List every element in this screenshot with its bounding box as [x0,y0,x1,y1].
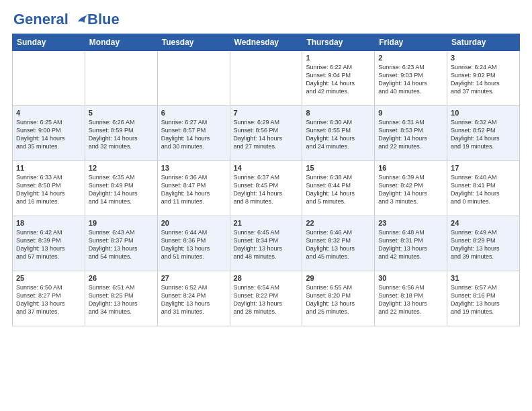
table-row [13,51,85,106]
table-row [85,51,157,106]
logo: General Blue [13,11,120,28]
day-info: Sunrise: 6:25 AM Sunset: 9:00 PM Dayligh… [16,118,81,151]
table-row: 18Sunrise: 6:42 AM Sunset: 8:39 PM Dayli… [13,216,85,271]
day-info: Sunrise: 6:44 AM Sunset: 8:36 PM Dayligh… [161,228,226,261]
calendar-wrapper: Sunday Monday Tuesday Wednesday Thursday… [0,34,532,332]
day-number: 31 [451,274,516,282]
table-row: 16Sunrise: 6:39 AM Sunset: 8:42 PM Dayli… [375,161,447,216]
day-info: Sunrise: 6:43 AM Sunset: 8:37 PM Dayligh… [89,228,154,261]
table-row: 31Sunrise: 6:57 AM Sunset: 8:16 PM Dayli… [447,271,520,326]
calendar-header: Sunday Monday Tuesday Wednesday Thursday… [13,34,520,51]
day-info: Sunrise: 6:27 AM Sunset: 8:57 PM Dayligh… [161,118,226,151]
table-row: 29Sunrise: 6:55 AM Sunset: 8:20 PM Dayli… [302,271,375,326]
table-row: 3Sunrise: 6:24 AM Sunset: 9:02 PM Daylig… [447,51,520,106]
day-number: 11 [16,164,81,172]
day-number: 23 [378,219,443,227]
table-row: 9Sunrise: 6:31 AM Sunset: 8:53 PM Daylig… [375,106,447,161]
table-row: 2Sunrise: 6:23 AM Sunset: 9:03 PM Daylig… [375,51,447,106]
table-row: 12Sunrise: 6:35 AM Sunset: 8:49 PM Dayli… [85,161,157,216]
calendar-table: Sunday Monday Tuesday Wednesday Thursday… [12,34,520,326]
day-number: 29 [306,274,371,282]
day-number: 5 [89,109,154,117]
day-info: Sunrise: 6:23 AM Sunset: 9:03 PM Dayligh… [378,63,443,96]
page-header: General Blue [0,0,532,34]
logo-bird-icon [74,13,89,28]
header-friday: Friday [375,34,447,51]
day-info: Sunrise: 6:29 AM Sunset: 8:56 PM Dayligh… [234,118,299,151]
table-row: 24Sunrise: 6:49 AM Sunset: 8:29 PM Dayli… [447,216,520,271]
day-number: 12 [89,164,154,172]
day-info: Sunrise: 6:40 AM Sunset: 8:41 PM Dayligh… [451,173,516,206]
day-number: 9 [378,109,443,117]
table-row: 19Sunrise: 6:43 AM Sunset: 8:37 PM Dayli… [85,216,157,271]
day-info: Sunrise: 6:38 AM Sunset: 8:44 PM Dayligh… [306,173,371,206]
day-number: 13 [161,164,226,172]
day-number: 8 [306,109,371,117]
day-number: 21 [234,219,299,227]
calendar-body: 1Sunrise: 6:22 AM Sunset: 9:04 PM Daylig… [13,51,520,326]
day-number: 25 [16,274,81,282]
logo-text-blue: Blue [87,11,120,28]
day-number: 3 [451,54,516,62]
day-info: Sunrise: 6:22 AM Sunset: 9:04 PM Dayligh… [306,63,371,96]
day-number: 14 [234,164,299,172]
day-number: 4 [16,109,81,117]
day-info: Sunrise: 6:26 AM Sunset: 8:59 PM Dayligh… [89,118,154,151]
day-number: 30 [378,274,443,282]
table-row: 22Sunrise: 6:46 AM Sunset: 8:32 PM Dayli… [302,216,375,271]
day-number: 26 [89,274,154,282]
day-info: Sunrise: 6:39 AM Sunset: 8:42 PM Dayligh… [378,173,443,206]
day-number: 7 [234,109,299,117]
day-number: 27 [161,274,226,282]
day-number: 2 [378,54,443,62]
day-number: 16 [378,164,443,172]
table-row: 10Sunrise: 6:32 AM Sunset: 8:52 PM Dayli… [447,106,520,161]
day-info: Sunrise: 6:52 AM Sunset: 8:24 PM Dayligh… [161,283,226,316]
table-row: 6Sunrise: 6:27 AM Sunset: 8:57 PM Daylig… [157,106,230,161]
day-number: 28 [234,274,299,282]
day-number: 1 [306,54,371,62]
table-row: 5Sunrise: 6:26 AM Sunset: 8:59 PM Daylig… [85,106,157,161]
day-info: Sunrise: 6:32 AM Sunset: 8:52 PM Dayligh… [451,118,516,151]
day-info: Sunrise: 6:30 AM Sunset: 8:55 PM Dayligh… [306,118,371,151]
table-row: 23Sunrise: 6:48 AM Sunset: 8:31 PM Dayli… [375,216,447,271]
table-row: 13Sunrise: 6:36 AM Sunset: 8:47 PM Dayli… [157,161,230,216]
day-number: 24 [451,219,516,227]
day-info: Sunrise: 6:33 AM Sunset: 8:50 PM Dayligh… [16,173,81,206]
table-row: 14Sunrise: 6:37 AM Sunset: 8:45 PM Dayli… [230,161,302,216]
day-info: Sunrise: 6:31 AM Sunset: 8:53 PM Dayligh… [378,118,443,151]
calendar-week-row: 4Sunrise: 6:25 AM Sunset: 9:00 PM Daylig… [13,106,520,161]
day-info: Sunrise: 6:46 AM Sunset: 8:32 PM Dayligh… [306,228,371,261]
table-row: 21Sunrise: 6:45 AM Sunset: 8:34 PM Dayli… [230,216,302,271]
day-number: 20 [161,219,226,227]
table-row: 1Sunrise: 6:22 AM Sunset: 9:04 PM Daylig… [302,51,375,106]
day-info: Sunrise: 6:56 AM Sunset: 8:18 PM Dayligh… [378,283,443,316]
day-info: Sunrise: 6:36 AM Sunset: 8:47 PM Dayligh… [161,173,226,206]
header-thursday: Thursday [302,34,375,51]
header-saturday: Saturday [447,34,520,51]
day-info: Sunrise: 6:50 AM Sunset: 8:27 PM Dayligh… [16,283,81,316]
day-number: 10 [451,109,516,117]
day-info: Sunrise: 6:45 AM Sunset: 8:34 PM Dayligh… [234,228,299,261]
header-wednesday: Wednesday [230,34,302,51]
table-row: 28Sunrise: 6:54 AM Sunset: 8:22 PM Dayli… [230,271,302,326]
table-row [230,51,302,106]
day-number: 22 [306,219,371,227]
day-info: Sunrise: 6:48 AM Sunset: 8:31 PM Dayligh… [378,228,443,261]
day-number: 6 [161,109,226,117]
day-info: Sunrise: 6:35 AM Sunset: 8:49 PM Dayligh… [89,173,154,206]
header-sunday: Sunday [13,34,85,51]
table-row: 7Sunrise: 6:29 AM Sunset: 8:56 PM Daylig… [230,106,302,161]
calendar-week-row: 18Sunrise: 6:42 AM Sunset: 8:39 PM Dayli… [13,216,520,271]
table-row: 11Sunrise: 6:33 AM Sunset: 8:50 PM Dayli… [13,161,85,216]
table-row: 15Sunrise: 6:38 AM Sunset: 8:44 PM Dayli… [302,161,375,216]
day-number: 17 [451,164,516,172]
day-number: 15 [306,164,371,172]
logo-text-general: General [13,11,69,28]
day-info: Sunrise: 6:57 AM Sunset: 8:16 PM Dayligh… [451,283,516,316]
calendar-week-row: 25Sunrise: 6:50 AM Sunset: 8:27 PM Dayli… [13,271,520,326]
calendar-week-row: 11Sunrise: 6:33 AM Sunset: 8:50 PM Dayli… [13,161,520,216]
day-info: Sunrise: 6:37 AM Sunset: 8:45 PM Dayligh… [234,173,299,206]
table-row: 27Sunrise: 6:52 AM Sunset: 8:24 PM Dayli… [157,271,230,326]
calendar-week-row: 1Sunrise: 6:22 AM Sunset: 9:04 PM Daylig… [13,51,520,106]
